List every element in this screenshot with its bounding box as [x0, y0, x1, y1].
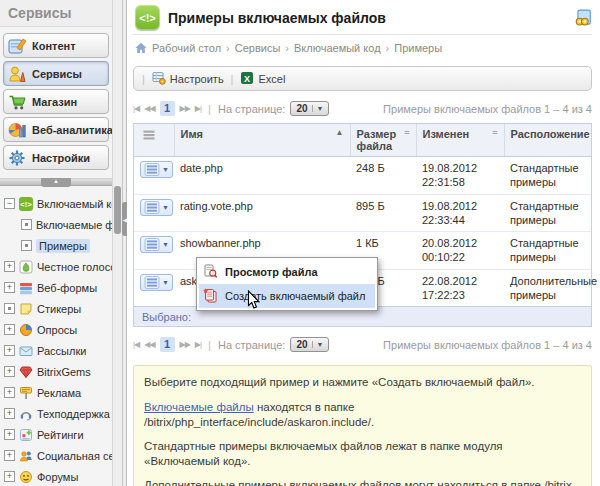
column-header[interactable]: Расположение	[504, 124, 591, 157]
table-row[interactable]: ▼rating.vote.php895 Б19.08.201222:33:44С…	[134, 194, 591, 232]
configure-button[interactable]: Настроить	[152, 71, 224, 87]
breadcrumb-item[interactable]: Рабочий стол	[152, 42, 221, 54]
info-link[interactable]: Включаемые файлы	[144, 401, 254, 413]
breadcrumb-separator: ›	[285, 42, 289, 54]
pager-separator: |	[208, 339, 211, 351]
plus-box-icon[interactable]: +	[4, 261, 15, 272]
row-menu-button[interactable]: ▼	[140, 236, 173, 253]
tree-item-label[interactable]: Рейтинги	[37, 429, 84, 441]
plus-box-icon[interactable]: +	[4, 387, 15, 398]
cell-modified: 19.08.201222:31:58	[416, 157, 504, 195]
tree-item[interactable]: −<!>Включаемый код	[4, 193, 112, 214]
plus-box-icon[interactable]: +	[4, 429, 15, 440]
sidebar-button-services[interactable]: Сервисы	[3, 61, 109, 86]
leaf-icon[interactable]	[4, 303, 15, 314]
tree-item-label[interactable]: Техподдержка	[37, 408, 110, 420]
grid-menu-icon[interactable]	[140, 128, 158, 144]
row-menu-button[interactable]: ▼	[140, 274, 173, 291]
current-page[interactable]: 1	[160, 101, 175, 116]
tree-item-label[interactable]: Веб-формы	[37, 282, 97, 294]
collapse-up-icon[interactable]: ▲	[41, 178, 71, 187]
sidebar-scrollbar[interactable]	[112, 0, 122, 486]
excel-button[interactable]: X Excel	[240, 71, 285, 87]
table-row[interactable]: ▼date.php248 Б19.08.201222:31:58Стандарт…	[134, 157, 591, 195]
tree-item[interactable]: +Реклама	[4, 382, 112, 403]
column-header[interactable]: Имя▲	[174, 124, 350, 157]
row-menu-button[interactable]: ▼	[140, 161, 173, 178]
tree-item[interactable]: Примеры	[4, 235, 112, 256]
leaf-icon[interactable]	[21, 219, 32, 230]
sidebar-button-settings[interactable]: Настройки	[3, 145, 109, 170]
context-menu-item[interactable]: Создать включаемый файл	[199, 284, 375, 308]
breadcrumb-item[interactable]: Сервисы	[235, 42, 281, 54]
plus-box-icon[interactable]: +	[4, 471, 15, 482]
next-page-icon[interactable]: ▶▶	[180, 340, 190, 349]
cell-modified: 19.08.201222:33:44	[416, 194, 504, 232]
plus-box-icon[interactable]: +	[4, 366, 15, 377]
home-icon[interactable]	[135, 42, 147, 54]
tree-item[interactable]: +BitrixGems	[4, 361, 112, 382]
tree-item[interactable]: +Веб-формы	[4, 277, 112, 298]
tree-item-label[interactable]: Рассылки	[37, 345, 86, 357]
info-paragraph: Выберите подходящий пример и нажмите «Со…	[144, 375, 581, 390]
tree-item[interactable]: +Опросы	[4, 319, 112, 340]
selected-label: Выбрано:	[142, 311, 191, 323]
shop-icon	[7, 92, 27, 112]
next-page-icon[interactable]: ▶▶	[180, 104, 190, 113]
current-page[interactable]: 1	[160, 337, 175, 352]
prev-page-icon[interactable]: ◀◀	[144, 340, 154, 349]
info-text: Выберите подходящий пример и нажмите «Со…	[144, 376, 534, 388]
scrollbar-thumb[interactable]	[114, 186, 121, 234]
tree-item-label[interactable]: Стикеры	[37, 303, 81, 315]
tree-item-label[interactable]: Форумы	[37, 471, 78, 483]
sidebar-horizontal-splitter[interactable]: ▲	[0, 178, 112, 186]
sidebar-button-content[interactable]: Контент	[3, 33, 109, 58]
tree-item-label[interactable]: Реклама	[37, 387, 81, 399]
tree-item[interactable]: +Форумы	[4, 466, 112, 486]
leaf-icon[interactable]	[21, 240, 32, 251]
minus-box-icon[interactable]: −	[4, 198, 15, 209]
row-menu-button[interactable]: ▼	[140, 199, 173, 216]
tree-item[interactable]: +Честное голосование	[4, 256, 112, 277]
tree-item[interactable]: +Рассылки	[4, 340, 112, 361]
sidebar-button-shop[interactable]: Магазин	[3, 89, 109, 114]
tree-item-label[interactable]: Опросы	[37, 324, 77, 336]
cell-name: rating.vote.php	[174, 194, 350, 232]
chevron-down-icon: ▼	[162, 203, 169, 212]
plus-box-icon[interactable]: +	[4, 324, 15, 335]
tree-item[interactable]: +Социальная сеть	[4, 445, 112, 466]
tree-item[interactable]: +Рейтинги	[4, 424, 112, 445]
column-header[interactable]: Размер файла=	[350, 124, 416, 157]
tree-item-label[interactable]: Социальная сеть	[37, 450, 112, 462]
ratings-icon	[19, 428, 33, 442]
last-page-icon[interactable]: ▶|	[195, 340, 201, 349]
page-title: Примеры включаемых файлов	[168, 10, 566, 26]
plus-box-icon[interactable]: +	[4, 408, 15, 419]
sidebar-button-analytics[interactable]: Веб-аналитика	[3, 117, 109, 142]
services-icon	[7, 64, 27, 84]
tree-item-label[interactable]: Честное голосование	[37, 261, 112, 273]
breadcrumb-item[interactable]: Включаемый код	[294, 42, 381, 54]
toolbar-separator: |	[231, 73, 234, 85]
tree-item-label[interactable]: Включаемые файлы	[36, 219, 112, 231]
first-page-icon[interactable]: |◀	[133, 340, 139, 349]
tree-item[interactable]: Включаемые файлы	[4, 214, 112, 235]
plus-box-icon[interactable]: +	[4, 282, 15, 293]
breadcrumb-item[interactable]: Примеры	[394, 42, 442, 54]
per-page-dropdown[interactable]: 20▼	[290, 337, 329, 352]
tree-item-label[interactable]: BitrixGems	[37, 366, 91, 378]
tree-item-label[interactable]: Примеры	[36, 239, 90, 253]
column-header[interactable]: Изменен=	[416, 124, 504, 157]
tree-item-label[interactable]: Включаемый код	[37, 198, 112, 210]
last-page-icon[interactable]: ▶|	[195, 104, 201, 113]
tree-item[interactable]: Стикеры	[4, 298, 112, 319]
tree-item[interactable]: +Техподдержка	[4, 403, 112, 424]
first-page-icon[interactable]: |◀	[133, 104, 139, 113]
link-icon[interactable]	[574, 9, 592, 27]
stickers-icon	[19, 302, 33, 316]
plus-box-icon[interactable]: +	[4, 345, 15, 356]
per-page-dropdown[interactable]: 20▼	[290, 101, 329, 116]
plus-box-icon[interactable]: +	[4, 450, 15, 461]
prev-page-icon[interactable]: ◀◀	[144, 104, 154, 113]
context-menu-item[interactable]: Просмотр файла	[199, 260, 375, 284]
